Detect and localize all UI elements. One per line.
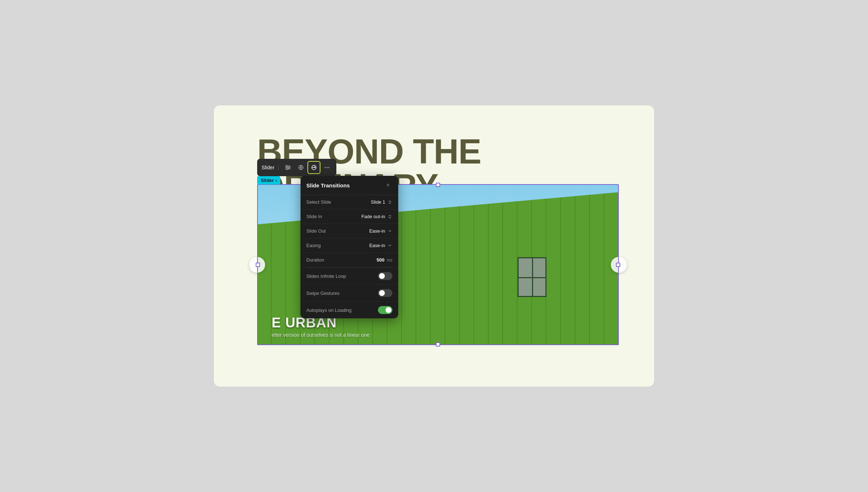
toolbar-label: Slider xyxy=(260,165,278,170)
panel-row-slide-out: Slide Out Ease-in xyxy=(301,224,398,238)
panel-close-button[interactable]: × xyxy=(384,181,392,190)
select-slide-value[interactable]: Slide 1 xyxy=(371,199,392,205)
slide-in-value[interactable]: Fade out-in xyxy=(361,214,392,219)
infinite-loop-toggle-knob xyxy=(379,273,385,279)
panel-row-swipe-gestures: Swipe Gestures xyxy=(301,285,398,302)
slider-breadcrumb[interactable]: Slider › xyxy=(257,176,280,184)
panel-title: Slide Transitions xyxy=(306,182,350,188)
slide-out-value[interactable]: Ease-in xyxy=(369,228,392,234)
panel-row-autoplays: Autoplays on Loading xyxy=(301,302,398,318)
svg-point-11 xyxy=(324,167,326,168)
easing-value[interactable]: Ease-in xyxy=(369,243,392,248)
select-slide-label: Select Slide xyxy=(306,199,331,205)
breadcrumb-label: Slider xyxy=(261,178,274,183)
toolbar-btn-transitions[interactable] xyxy=(307,161,320,174)
slide-out-chevron-icon xyxy=(387,229,392,234)
nav-arrow-right[interactable]: › xyxy=(611,257,627,273)
toolbar-btn-link[interactable] xyxy=(294,161,307,174)
swipe-gestures-toggle-knob xyxy=(379,290,385,296)
panel-header: Slide Transitions × xyxy=(301,176,398,195)
toolbar-btn-more[interactable] xyxy=(320,161,333,174)
app-window: BEYOND THE ORDINARY Slider xyxy=(213,105,655,387)
slider-bottom-text: E URBAN etter version of ourselves is no… xyxy=(272,315,604,338)
slide-transitions-panel: Slide Transitions × Select Slide Slide 1… xyxy=(301,176,398,318)
infinite-loop-toggle[interactable] xyxy=(378,272,392,280)
panel-row-duration: Duration 500 ms xyxy=(301,253,398,267)
easing-label: Easing xyxy=(306,243,321,248)
building-window xyxy=(518,257,546,297)
autoplays-label: Autoplays on Loading xyxy=(306,308,352,313)
panel-row-slide-in: Slide In Fade out-in xyxy=(301,209,398,224)
panel-row-select-slide: Select Slide Slide 1 xyxy=(301,195,398,209)
duration-number[interactable]: 500 xyxy=(376,257,384,263)
svg-point-5 xyxy=(286,168,288,170)
panel-row-easing: Easing Ease-in xyxy=(301,238,398,253)
infinite-loop-label: Slides Infinite Loop xyxy=(306,273,346,279)
nav-arrow-left[interactable]: ‹ xyxy=(249,257,265,273)
svg-point-13 xyxy=(328,167,329,168)
svg-point-3 xyxy=(286,165,288,167)
easing-chevron-icon xyxy=(387,243,392,248)
panel-row-infinite-loop: Slides Infinite Loop xyxy=(301,268,398,285)
slide-in-label: Slide In xyxy=(306,214,322,219)
duration-label: Duration xyxy=(306,257,324,263)
duration-value-container: 500 ms xyxy=(376,257,392,263)
toolbar: Slider xyxy=(257,159,336,176)
toolbar-btn-settings[interactable] xyxy=(281,161,294,174)
slider-description: etter version of ourselves is not a line… xyxy=(272,332,604,338)
swipe-gestures-label: Swipe Gestures xyxy=(306,290,340,296)
updown-chevron-icon xyxy=(387,200,392,205)
slide-out-label: Slide Out xyxy=(306,228,326,234)
duration-unit: ms xyxy=(387,258,392,263)
swipe-gestures-toggle[interactable] xyxy=(378,289,392,297)
svg-point-12 xyxy=(326,167,327,168)
autoplays-toggle[interactable] xyxy=(378,306,392,314)
breadcrumb-arrow: › xyxy=(275,178,277,183)
autoplays-toggle-knob xyxy=(386,307,391,313)
slide-in-updown-icon xyxy=(387,214,392,219)
svg-point-4 xyxy=(288,167,290,168)
